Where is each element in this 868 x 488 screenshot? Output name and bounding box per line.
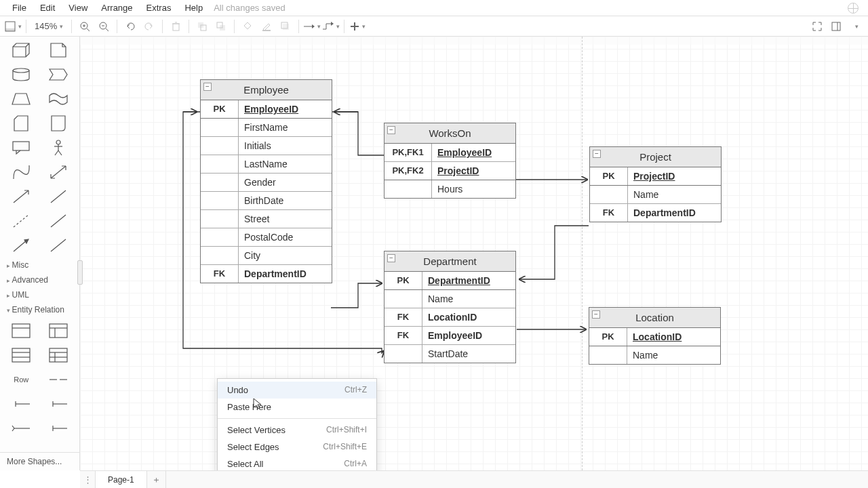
- undo-icon[interactable]: [121, 18, 139, 35]
- er-rel4[interactable]: [5, 419, 37, 438]
- menu-view[interactable]: View: [62, 1, 94, 14]
- er-table4[interactable]: [43, 346, 75, 365]
- category-misc[interactable]: Misc: [0, 258, 79, 272]
- to-front-icon[interactable]: [193, 18, 211, 35]
- category-entity-relation[interactable]: Entity Relation: [0, 302, 79, 317]
- collapse-icon[interactable]: −: [387, 126, 395, 134]
- fullscreen-icon[interactable]: [808, 18, 826, 35]
- shape-arrow[interactable]: [5, 187, 37, 206]
- table-row[interactable]: FKEmployeeID: [384, 326, 515, 344]
- connection-icon[interactable]: ▾: [303, 18, 321, 35]
- zoom-in-icon[interactable]: [76, 18, 94, 35]
- zoom-out-icon[interactable]: [95, 18, 113, 35]
- shape-line-thin[interactable]: [43, 187, 75, 206]
- shape-step[interactable]: [43, 65, 75, 84]
- menu-arrange[interactable]: Arrange: [94, 1, 139, 14]
- shape-arrow-bi[interactable]: [43, 163, 75, 182]
- table-row[interactable]: LastName: [201, 155, 332, 173]
- table-row[interactable]: FKLocationID: [384, 308, 515, 326]
- table-row[interactable]: PK,FK1EmployeeID: [384, 144, 515, 161]
- entity-project[interactable]: −Project PKProjectIDNameFKDepartmentID: [589, 146, 722, 222]
- shadow-icon[interactable]: [277, 18, 294, 35]
- fill-color-icon[interactable]: [239, 18, 256, 35]
- collapse-icon[interactable]: −: [592, 310, 600, 319]
- table-row[interactable]: PKLocationID: [589, 328, 720, 346]
- ctx-paste-here[interactable]: Paste Here: [218, 399, 376, 415]
- menu-extras[interactable]: Extras: [140, 1, 178, 14]
- collapse-icon[interactable]: −: [387, 254, 395, 262]
- er-table2[interactable]: [43, 321, 75, 340]
- ctx-select-all[interactable]: Select AllCtrl+A: [218, 455, 376, 470]
- table-row[interactable]: PKEmployeeID: [201, 100, 332, 118]
- shape-line[interactable]: [43, 211, 75, 230]
- shape-dashed[interactable]: [5, 211, 37, 230]
- more-shapes-button[interactable]: More Shapes...: [0, 452, 79, 470]
- shape-line2[interactable]: [43, 236, 75, 255]
- shape-curve[interactable]: [5, 163, 37, 182]
- table-row[interactable]: BirthDate: [201, 191, 332, 209]
- to-back-icon[interactable]: [212, 18, 230, 35]
- shape-cylinder[interactable]: [5, 65, 37, 84]
- collapse-right-icon[interactable]: ▾: [846, 18, 864, 35]
- table-row[interactable]: Hours: [384, 180, 515, 198]
- table-row[interactable]: FKDepartmentID: [201, 264, 332, 283]
- redo-icon[interactable]: [140, 18, 158, 35]
- ctx-undo[interactable]: UndoCtrl+Z: [218, 382, 376, 399]
- table-row[interactable]: Gender: [201, 173, 332, 191]
- line-color-icon[interactable]: [258, 18, 275, 35]
- er-table1[interactable]: [5, 321, 37, 340]
- table-row[interactable]: PostalCode: [201, 228, 332, 246]
- table-row[interactable]: PKProjectID: [590, 167, 721, 185]
- collapse-icon[interactable]: −: [593, 150, 601, 158]
- er-table3[interactable]: [5, 346, 37, 365]
- er-rel5[interactable]: [43, 419, 75, 438]
- category-uml[interactable]: UML: [0, 287, 79, 302]
- shape-arrow-solid[interactable]: [5, 236, 37, 255]
- shape-card[interactable]: [5, 114, 37, 133]
- tab-page-1[interactable]: Page-1: [95, 471, 147, 488]
- shape-cube[interactable]: [5, 41, 37, 60]
- table-row[interactable]: PK,FK2ProjectID: [384, 161, 515, 180]
- table-row[interactable]: StartDate: [384, 344, 515, 363]
- er-rel1[interactable]: [43, 370, 75, 389]
- table-row[interactable]: FirstName: [201, 118, 332, 136]
- tabs-menu-icon[interactable]: ⋮: [80, 471, 95, 488]
- sidebar-splitter[interactable]: [77, 260, 83, 285]
- shape-actor[interactable]: [43, 138, 75, 157]
- category-advanced[interactable]: Advanced: [0, 272, 79, 287]
- entity-employee[interactable]: −Employee PKEmployeeIDFirstNameInitialsL…: [200, 79, 332, 283]
- zoom-level[interactable]: 145%▾: [31, 21, 67, 31]
- table-row[interactable]: Initials: [201, 136, 332, 155]
- table-row[interactable]: FKDepartmentID: [590, 203, 721, 222]
- insert-icon[interactable]: ▾: [349, 18, 366, 35]
- entity-workson[interactable]: −WorksOn PK,FK1EmployeeIDPK,FK2ProjectID…: [384, 123, 516, 199]
- table-row[interactable]: Name: [384, 289, 515, 308]
- entity-location[interactable]: −Location PKLocationIDName: [589, 307, 721, 365]
- delete-icon[interactable]: [167, 18, 184, 35]
- ctx-select-edges[interactable]: Select EdgesCtrl+Shift+E: [218, 439, 376, 455]
- page-view-icon[interactable]: ▾: [4, 18, 22, 35]
- menu-file[interactable]: File: [5, 1, 33, 14]
- collapse-icon[interactable]: −: [203, 83, 212, 91]
- shape-page[interactable]: [43, 114, 75, 133]
- format-panel-icon[interactable]: [827, 18, 845, 35]
- shape-note[interactable]: [43, 41, 75, 60]
- entity-department[interactable]: −Department PKDepartmentIDNameFKLocation…: [384, 251, 516, 363]
- menu-edit[interactable]: Edit: [33, 1, 62, 14]
- table-row[interactable]: Street: [201, 209, 332, 228]
- menu-help[interactable]: Help: [178, 1, 210, 14]
- shape-callout[interactable]: [5, 138, 37, 157]
- ctx-select-vertices[interactable]: Select VerticesCtrl+Shift+I: [218, 422, 376, 439]
- er-row-label[interactable]: Row: [5, 370, 37, 389]
- table-row[interactable]: City: [201, 246, 332, 264]
- table-row[interactable]: PKDepartmentID: [384, 272, 515, 289]
- shape-trapezoid[interactable]: [5, 89, 37, 108]
- er-rel2[interactable]: [5, 394, 37, 413]
- table-row[interactable]: Name: [589, 346, 720, 364]
- table-row[interactable]: Name: [590, 185, 721, 203]
- er-rel3[interactable]: [43, 394, 75, 413]
- canvas[interactable]: −Employee PKEmployeeIDFirstNameInitialsL…: [80, 37, 868, 470]
- waypoint-icon[interactable]: ▾: [322, 18, 340, 35]
- language-icon[interactable]: [848, 3, 859, 14]
- shape-tape[interactable]: [43, 89, 75, 108]
